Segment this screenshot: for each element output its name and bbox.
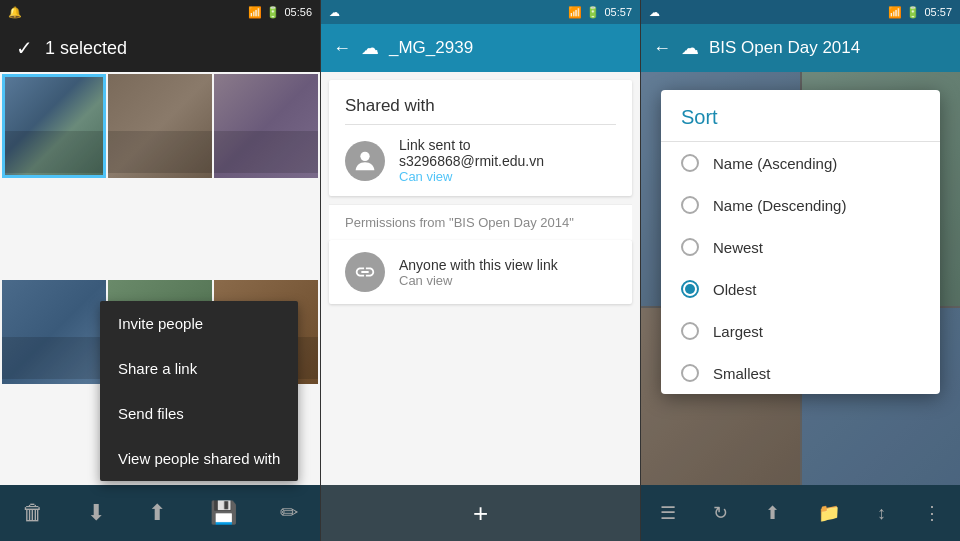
- cloud-icon-bar-p3: ☁: [681, 37, 699, 59]
- radio-largest: [681, 322, 699, 340]
- radio-oldest-fill: [685, 284, 695, 294]
- sort-option-newest[interactable]: Newest: [661, 226, 940, 268]
- cloud-icon-p2: ☁: [329, 6, 340, 18]
- menu-send-files[interactable]: Send files: [100, 391, 298, 436]
- sort-option-name-asc[interactable]: Name (Ascending): [661, 142, 940, 184]
- share-item-anyone[interactable]: Anyone with this view link Can view: [329, 240, 632, 304]
- photo-cell-1[interactable]: [2, 74, 106, 178]
- radio-name-asc: [681, 154, 699, 172]
- sort-label-smallest: Smallest: [713, 365, 771, 382]
- back-arrow-icon-p3[interactable]: ←: [653, 38, 671, 59]
- status-icons-right-p2: 📶 🔋 05:57: [568, 6, 632, 19]
- status-icons-left-p3: ☁: [649, 6, 660, 19]
- sort-dialog: Sort Name (Ascending) Name (Descending) …: [661, 90, 940, 394]
- photo-cell-3[interactable]: [214, 74, 318, 178]
- selected-count: 1 selected: [45, 38, 127, 59]
- battery-icon-p3: 🔋: [906, 6, 920, 19]
- shared-with-card: Shared with Link sent tos3296868@rmit.ed…: [329, 80, 632, 196]
- edit-icon[interactable]: ✏: [280, 500, 298, 526]
- radio-name-desc: [681, 196, 699, 214]
- more-icon[interactable]: ⋮: [923, 502, 941, 524]
- plus-icon[interactable]: +: [473, 498, 488, 529]
- sort-label-name-asc: Name (Ascending): [713, 155, 837, 172]
- anyone-card: Anyone with this view link Can view: [329, 240, 632, 304]
- app-bar-p3: ← ☁ BIS Open Day 2014: [641, 24, 960, 72]
- sort-label-largest: Largest: [713, 323, 763, 340]
- refresh-icon[interactable]: ↻: [713, 502, 728, 524]
- bottom-bar-p1: 🗑 ⬇ ⬆ 💾 ✏: [0, 485, 320, 541]
- sort-title: Sort: [661, 90, 940, 142]
- upload-icon[interactable]: ⬆: [765, 502, 780, 524]
- anyone-permission: Can view: [399, 273, 616, 288]
- status-icons-right: 📶 🔋 05:56: [248, 6, 312, 19]
- app-bar-p2: ← ☁ _MG_2939: [321, 24, 640, 72]
- radio-oldest: [681, 280, 699, 298]
- status-icons-right-p3: 📶 🔋 05:57: [888, 6, 952, 19]
- panel-gallery: 🔔 📶 🔋 05:56 ✓ 1 selected Invite people S…: [0, 0, 320, 541]
- share-info-anyone: Anyone with this view link Can view: [399, 257, 616, 288]
- menu-view-people[interactable]: View people shared with: [100, 436, 298, 481]
- top-bar-p1: ✓ 1 selected: [0, 24, 320, 72]
- shared-header: Shared with: [329, 80, 632, 124]
- trash-icon[interactable]: 🗑: [22, 500, 44, 526]
- download-icon[interactable]: ⬇: [87, 500, 105, 526]
- wifi-icon-p2: 📶: [568, 6, 582, 19]
- app-bar-title-p3: BIS Open Day 2014: [709, 38, 948, 58]
- status-icons-left: 🔔: [8, 6, 22, 19]
- wifi-icon-p3: 📶: [888, 6, 902, 19]
- sort-label-oldest: Oldest: [713, 281, 756, 298]
- sort-option-smallest[interactable]: Smallest: [661, 352, 940, 394]
- status-bar-p1: 🔔 📶 🔋 05:56: [0, 0, 320, 24]
- folder-icon[interactable]: 📁: [818, 502, 840, 524]
- panel-sort: ☁ 📶 🔋 05:57 ← ☁ BIS Open Day 2014 Sort N…: [640, 0, 960, 541]
- sort-option-name-desc[interactable]: Name (Descending): [661, 184, 940, 226]
- link-sent-title: Link sent tos3296868@rmit.edu.vn: [399, 137, 616, 169]
- photo-cell-4[interactable]: [2, 280, 106, 384]
- p2-add-button[interactable]: +: [321, 485, 640, 541]
- battery-icon-p2: 🔋: [586, 6, 600, 19]
- permissions-label: Permissions from "BIS Open Day 2014": [329, 204, 632, 240]
- status-bar-p2: ☁ 📶 🔋 05:57: [321, 0, 640, 24]
- time-p2: 05:57: [604, 6, 632, 18]
- sort-option-oldest[interactable]: Oldest: [661, 268, 940, 310]
- avatar-p2: [345, 141, 385, 181]
- battery-icon: 🔋: [266, 6, 280, 19]
- sort-label-newest: Newest: [713, 239, 763, 256]
- share-icon[interactable]: ⬆: [148, 500, 166, 526]
- app-bar-title-p2: _MG_2939: [389, 38, 628, 58]
- anyone-title: Anyone with this view link: [399, 257, 616, 273]
- link-permission: Can view: [399, 169, 616, 184]
- status-bar-p3: ☁ 📶 🔋 05:57: [641, 0, 960, 24]
- link-icon-box: [345, 252, 385, 292]
- p3-bottom-bar: ☰ ↻ ⬆ 📁 ↕ ⋮: [641, 485, 960, 541]
- svg-point-0: [360, 151, 369, 160]
- sort-label-name-desc: Name (Descending): [713, 197, 846, 214]
- menu-share-link[interactable]: Share a link: [100, 346, 298, 391]
- menu-invite-people[interactable]: Invite people: [100, 301, 298, 346]
- time-p3: 05:57: [924, 6, 952, 18]
- notification-icon: 🔔: [8, 6, 22, 18]
- share-item-link[interactable]: Link sent tos3296868@rmit.edu.vn Can vie…: [329, 125, 632, 196]
- radio-smallest: [681, 364, 699, 382]
- back-arrow-icon[interactable]: ←: [333, 38, 351, 59]
- cloud-icon-bar: ☁: [361, 37, 379, 59]
- save-icon[interactable]: 💾: [210, 500, 237, 526]
- cloud-icon-p3: ☁: [649, 6, 660, 18]
- time-p1: 05:56: [284, 6, 312, 18]
- radio-newest: [681, 238, 699, 256]
- panel-shared-with: ☁ 📶 🔋 05:57 ← ☁ _MG_2939 Shared with Lin…: [320, 0, 640, 541]
- sort-icon[interactable]: ↕: [877, 503, 886, 524]
- status-icons-left-p2: ☁: [329, 6, 340, 19]
- wifi-icon: 📶: [248, 6, 262, 19]
- context-menu: Invite people Share a link Send files Vi…: [100, 301, 298, 481]
- list-icon[interactable]: ☰: [660, 502, 676, 524]
- check-icon: ✓: [16, 36, 33, 60]
- sort-option-largest[interactable]: Largest: [661, 310, 940, 352]
- photo-cell-2[interactable]: [108, 74, 212, 178]
- share-info-link: Link sent tos3296868@rmit.edu.vn Can vie…: [399, 137, 616, 184]
